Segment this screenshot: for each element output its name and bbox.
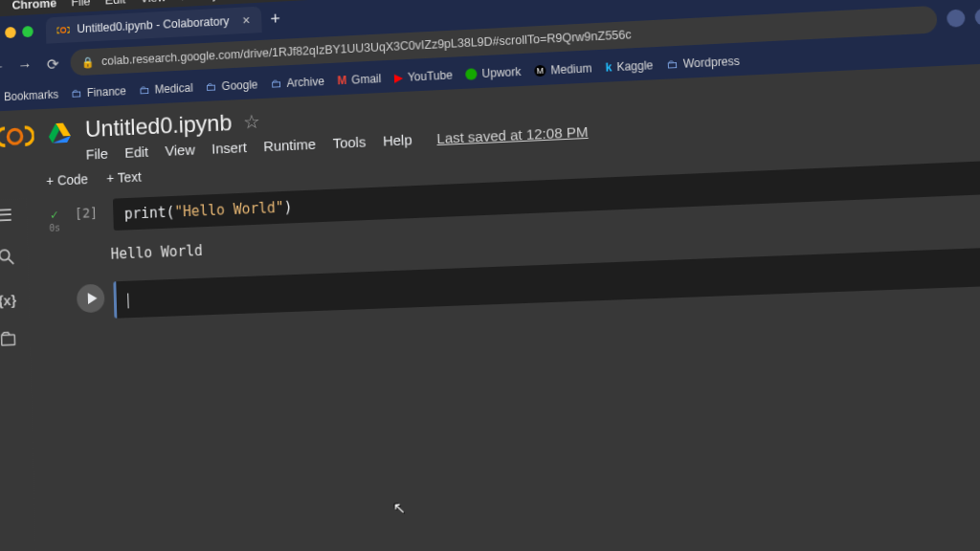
bookmark-google[interactable]: 🗀Google xyxy=(206,78,258,94)
window-minimize-button[interactable] xyxy=(5,27,16,38)
tab-close-icon[interactable]: × xyxy=(242,12,250,28)
notebook-filename[interactable]: Untitled0.ipynb xyxy=(85,109,233,143)
code-token-paren: ) xyxy=(283,199,292,216)
bookmark-upwork[interactable]: Upwork xyxy=(465,65,521,81)
svg-point-1 xyxy=(8,129,22,143)
back-button[interactable]: ← xyxy=(0,57,7,75)
add-code-button[interactable]: + Code xyxy=(46,171,88,188)
colab-menu-view[interactable]: View xyxy=(165,142,195,159)
gdrive-icon[interactable] xyxy=(49,122,72,147)
bookmark-finance[interactable]: 🗀Finance xyxy=(71,84,126,99)
code-token-string: "Hello World" xyxy=(174,199,284,221)
toc-icon[interactable]: ☰ xyxy=(0,205,16,226)
bookmark-medical[interactable]: 🗀Medical xyxy=(139,81,193,97)
bookmark-label: Archive xyxy=(286,75,324,90)
menubar-app-name[interactable]: Chrome xyxy=(11,0,56,11)
extension-icon[interactable] xyxy=(947,9,966,27)
svg-rect-7 xyxy=(2,335,15,345)
bookmarks-folder[interactable]: ▣ Bookmarks xyxy=(0,88,58,104)
menubar-edit[interactable]: Edit xyxy=(105,0,126,7)
bookmark-gmail[interactable]: MGmail xyxy=(337,72,381,87)
bookmark-label: Kaggle xyxy=(616,58,653,74)
search-icon[interactable] xyxy=(0,248,17,270)
medium-icon: M xyxy=(534,65,546,77)
bookmark-kaggle[interactable]: kKaggle xyxy=(605,58,653,74)
svg-point-5 xyxy=(0,250,10,260)
forward-button[interactable]: → xyxy=(15,56,33,74)
folder-icon: 🗀 xyxy=(271,77,282,90)
lock-icon: 🔒 xyxy=(81,55,95,68)
window-fullscreen-button[interactable] xyxy=(22,26,33,37)
bookmark-label: Google xyxy=(221,78,257,94)
folder-icon: 🗀 xyxy=(71,87,82,100)
menubar-history[interactable]: History xyxy=(181,0,219,3)
colab-menu-edit[interactable]: Edit xyxy=(124,143,148,161)
folder-icon: 🗀 xyxy=(139,83,150,97)
bookmark-label: Medical xyxy=(154,81,192,97)
folder-icon: 🗀 xyxy=(666,57,679,72)
colab-menu-tools[interactable]: Tools xyxy=(332,134,366,151)
svg-line-6 xyxy=(9,259,13,264)
menubar-file[interactable]: File xyxy=(71,0,90,9)
last-saved-status[interactable]: Last saved at 12:08 PM xyxy=(436,123,589,146)
gmail-icon: M xyxy=(337,74,346,87)
run-cell-button[interactable] xyxy=(77,284,105,314)
colab-menu-help[interactable]: Help xyxy=(383,131,412,148)
colab-menu-insert[interactable]: Insert xyxy=(212,139,247,156)
colab-logo-icon[interactable] xyxy=(0,122,34,150)
new-tab-button[interactable]: + xyxy=(270,9,280,29)
add-text-button[interactable]: + Text xyxy=(106,169,142,186)
folder-icon: 🗀 xyxy=(206,80,217,94)
add-code-label: Code xyxy=(57,171,88,187)
execution-time: 0s xyxy=(44,222,66,233)
bookmark-label: YouTube xyxy=(408,69,453,84)
star-icon[interactable]: ☆ xyxy=(243,110,260,133)
menubar-view[interactable]: View xyxy=(140,0,166,5)
upwork-icon xyxy=(465,68,477,80)
tab-title: Untitled0.ipynb - Colaboratory xyxy=(77,14,230,35)
kaggle-icon: k xyxy=(605,60,612,74)
bookmark-label: Upwork xyxy=(481,65,521,80)
bookmark-label: Gmail xyxy=(351,72,381,86)
execution-status: ✓ 0s xyxy=(43,201,66,233)
youtube-icon: ▶ xyxy=(394,71,403,84)
bookmark-youtube[interactable]: ▶YouTube xyxy=(394,69,453,85)
reload-button[interactable]: ⟳ xyxy=(43,55,62,73)
bookmark-archive[interactable]: 🗀Archive xyxy=(271,75,324,91)
svg-point-0 xyxy=(61,27,66,32)
bookmark-medium[interactable]: MMedium xyxy=(534,61,592,77)
bookmark-label: Wordpress xyxy=(683,55,741,71)
files-icon[interactable] xyxy=(0,330,19,351)
bookmark-wordpress[interactable]: 🗀Wordpress xyxy=(666,55,740,72)
bookmark-label: Medium xyxy=(550,61,592,77)
notebook-area: ✓ 0s [2] print("Hello World") Hello Worl… xyxy=(27,155,980,551)
colab-menu-file[interactable]: File xyxy=(85,145,108,163)
bookmark-label: Finance xyxy=(87,84,126,99)
checkmark-icon: ✓ xyxy=(51,207,58,222)
add-text-label: Text xyxy=(118,169,142,186)
variables-icon[interactable]: {x} xyxy=(0,292,18,309)
bookmark-label: Bookmarks xyxy=(4,88,58,103)
code-token-fn: print xyxy=(124,204,167,223)
colab-menu-runtime[interactable]: Runtime xyxy=(263,136,316,154)
extension-icon[interactable] xyxy=(974,8,980,26)
colab-favicon-icon xyxy=(56,23,70,36)
execution-count: [2] xyxy=(75,199,104,221)
